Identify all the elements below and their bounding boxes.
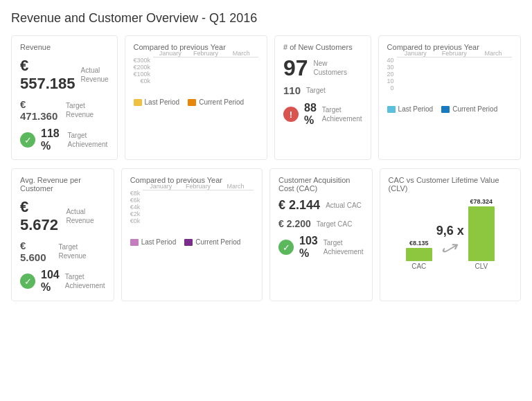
- avg-y-labels: €8k €6k €4k €2k €0k: [130, 190, 141, 235]
- avg-check-icon: ✓: [20, 274, 35, 289]
- cac-achievement-pct: 103 %: [299, 235, 318, 260]
- cac-actual-row: € 2.144 Actual CAC: [278, 198, 364, 213]
- cac-bar-label: €8.135: [409, 240, 429, 247]
- cac-actual-value: € 2.144: [278, 198, 320, 213]
- customers-chart-panel: Compared to previous Year 40 30 20 10 0 …: [378, 35, 521, 160]
- revenue-legend-curr: Current Period: [188, 98, 244, 106]
- cac-target-row: € 2.200 Target CAC: [278, 218, 364, 229]
- top-row: Revenue € 557.185 Actual Revenue € 471.3…: [11, 35, 521, 160]
- avg-target-row: € 5.600 Target Revenue: [20, 240, 105, 263]
- cac-clv-chart: €8.135 CAC 9,6 x ↪ €78.324 CLV: [389, 198, 512, 281]
- page-title: Revenue and Customer Overview - Q1 2016: [11, 11, 521, 26]
- cac-bar-col: €8.135 CAC: [406, 198, 432, 270]
- customers-panel-title: # of New Customers: [283, 43, 362, 51]
- dashboard: Revenue € 557.185 Actual Revenue € 471.3…: [11, 35, 521, 301]
- customers-actual-value: 97: [283, 57, 308, 79]
- avg-revenue-panel-title: Avg. Revenue per Customer: [20, 176, 105, 193]
- customers-target-row: 110 Target: [283, 84, 362, 96]
- customers-bars: January February March: [397, 57, 512, 68]
- clv-bar-label: €78.324: [470, 198, 493, 205]
- cac-clv-panel: CAC vs Customer Lifetime Value (CLV) €8.…: [380, 168, 521, 301]
- customers-warn-icon: !: [283, 107, 299, 122]
- arrow-icon: ↪: [438, 236, 463, 261]
- customers-achievement-row: ! 88 % Target Achievement: [283, 102, 362, 127]
- cac-panel: Customer Acquisition Cost (CAC) € 2.144 …: [269, 168, 373, 301]
- avg-bars: January February March: [143, 190, 254, 201]
- revenue-y-labels: €300k €200k €100k €0k: [134, 57, 151, 96]
- cac-check-icon: ✓: [278, 240, 294, 255]
- cac-actual-label: Actual CAC: [326, 201, 362, 210]
- clv-multiplier-group: 9,6 x ↪: [436, 224, 464, 270]
- clv-x-label: CLV: [475, 262, 488, 270]
- avg-legend-last: Last Period: [130, 238, 177, 246]
- customers-actual-row: 97 New Customers: [283, 57, 362, 79]
- cac-x-label: CAC: [411, 262, 426, 270]
- customers-legend-curr: Current Period: [441, 105, 497, 113]
- revenue-chart-area: €300k €200k €100k €0k January February: [134, 57, 258, 96]
- avg-actual-value: € 5.672: [20, 198, 60, 234]
- cac-achievement-label: Target Achievement: [323, 238, 364, 256]
- revenue-achievement-label: Target Achievement: [68, 131, 109, 149]
- customers-legend-last: Last Period: [387, 105, 434, 113]
- customers-y-labels: 40 30 20 10 0: [387, 57, 394, 103]
- customers-chart-legend: Last Period Current Period: [387, 105, 512, 113]
- avg-actual-label: Actual Revenue: [66, 207, 105, 225]
- customers-target-value: 110: [283, 84, 301, 96]
- customers-achievement-label: Target Achievement: [322, 105, 362, 123]
- bottom-row: Avg. Revenue per Customer € 5.672 Actual…: [11, 168, 521, 301]
- revenue-actual-label: Actual Revenue: [81, 66, 109, 84]
- revenue-legend-last: Last Period: [134, 98, 180, 106]
- cac-clv-title: CAC vs Customer Lifetime Value (CLV): [389, 176, 512, 193]
- customers-panel: # of New Customers 97 New Customers 110 …: [274, 35, 371, 160]
- avg-chart-panel: Compared to previous Year €8k €6k €4k €2…: [121, 168, 263, 301]
- avg-legend-curr: Current Period: [184, 238, 240, 246]
- customers-achievement-pct: 88 %: [304, 102, 317, 127]
- revenue-actual-row: € 557.185 Actual Revenue: [20, 57, 109, 93]
- revenue-achievement-pct: 118 %: [41, 127, 62, 152]
- revenue-target-value: € 471.360: [20, 98, 60, 122]
- customers-target-label: Target: [306, 86, 326, 95]
- revenue-chart-panel: Compared to previous Year €300k €200k €1…: [125, 35, 267, 160]
- avg-chart-legend: Last Period Current Period: [130, 238, 254, 246]
- avg-actual-row: € 5.672 Actual Revenue: [20, 198, 105, 234]
- customers-chart-area: 40 30 20 10 0 January February: [387, 57, 512, 103]
- revenue-actual-value: € 557.185: [20, 57, 76, 93]
- avg-achievement-label: Target Achievement: [65, 272, 105, 290]
- revenue-check-icon: ✓: [20, 132, 35, 148]
- cac-target-label: Target CAC: [317, 220, 353, 229]
- revenue-target-row: € 471.360 Target Revenue: [20, 98, 109, 122]
- cac-achievement-row: ✓ 103 % Target Achievement: [278, 235, 364, 260]
- customers-actual-label: New Customers: [314, 59, 362, 77]
- revenue-target-label: Target Revenue: [66, 101, 108, 119]
- cac-panel-title: Customer Acquisition Cost (CAC): [278, 176, 364, 193]
- revenue-achievement-row: ✓ 118 % Target Achievement: [20, 127, 109, 152]
- revenue-bars: January February March: [153, 57, 258, 68]
- cac-bar: [406, 248, 432, 261]
- clv-bar: [468, 206, 495, 261]
- avg-revenue-panel: Avg. Revenue per Customer € 5.672 Actual…: [11, 168, 114, 301]
- revenue-chart-legend: Last Period Current Period: [134, 98, 258, 106]
- cac-target-value: € 2.200: [278, 218, 311, 229]
- avg-target-value: € 5.600: [20, 240, 53, 263]
- revenue-panel-title: Revenue: [20, 43, 109, 51]
- avg-target-label: Target Revenue: [59, 242, 105, 260]
- avg-achievement-row: ✓ 104 % Target Achievement: [20, 269, 105, 294]
- revenue-panel: Revenue € 557.185 Actual Revenue € 471.3…: [11, 35, 118, 160]
- clv-multiplier: 9,6 x: [436, 224, 464, 238]
- clv-bar-col: €78.324 CLV: [468, 198, 495, 270]
- avg-achievement-pct: 104 %: [41, 269, 60, 294]
- avg-chart-area: €8k €6k €4k €2k €0k January Febru: [130, 190, 254, 235]
